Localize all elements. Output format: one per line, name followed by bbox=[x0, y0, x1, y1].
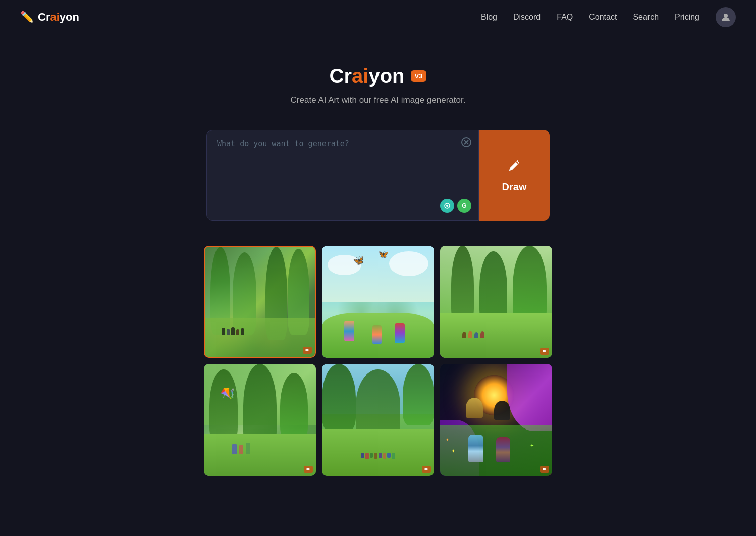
image-grid: ✏ 🦋 🦋 bbox=[204, 246, 552, 476]
watermark-6: ✏ bbox=[540, 466, 549, 473]
grammarly-label: G bbox=[462, 202, 466, 209]
grid-image-2[interactable]: 🦋 🦋 bbox=[322, 246, 434, 358]
grid-image-5[interactable]: ✏ bbox=[322, 364, 434, 476]
grid-image-4[interactable]: 🪁 ✏ bbox=[204, 364, 316, 476]
logo-accent: ai bbox=[50, 11, 59, 23]
nav-blog[interactable]: Blog bbox=[481, 13, 497, 22]
prompt-tool-icons: G bbox=[440, 199, 471, 213]
watermark-4: ✏ bbox=[304, 466, 313, 473]
tool-badge-grammarly[interactable]: G bbox=[457, 199, 471, 213]
watermark-1: ✏ bbox=[303, 347, 312, 354]
nav-contact[interactable]: Contact bbox=[589, 13, 617, 22]
hero-title-accent: ai bbox=[352, 65, 368, 87]
grid-image-3[interactable]: ✏ bbox=[440, 246, 552, 358]
draw-pencil-icon bbox=[506, 157, 522, 177]
logo[interactable]: ✏️ Craiyon bbox=[20, 11, 79, 24]
draw-label: Draw bbox=[502, 181, 527, 193]
svg-point-0 bbox=[724, 14, 728, 18]
watermark-5: ✏ bbox=[422, 466, 431, 473]
nav-discord[interactable]: Discord bbox=[513, 13, 541, 22]
main-nav: Blog Discord FAQ Contact Search Pricing bbox=[481, 7, 736, 27]
clear-icon[interactable] bbox=[461, 137, 471, 150]
prompt-box: G bbox=[206, 130, 479, 221]
nav-faq[interactable]: FAQ bbox=[557, 13, 573, 22]
nav-pricing[interactable]: Pricing bbox=[675, 13, 699, 22]
hero-title: Craiyon bbox=[330, 65, 405, 87]
draw-button[interactable]: Draw bbox=[479, 130, 550, 221]
v3-badge: V3 bbox=[411, 70, 427, 82]
header: ✏️ Craiyon Blog Discord FAQ Contact Sear… bbox=[0, 0, 756, 34]
tool-badge-teal[interactable] bbox=[440, 199, 454, 213]
hero-subtitle: Create AI Art with our free AI image gen… bbox=[291, 95, 466, 105]
grid-image-1[interactable]: ✏ bbox=[204, 246, 316, 358]
svg-point-5 bbox=[446, 205, 448, 207]
main-content: Craiyon V3 Create AI Art with our free A… bbox=[0, 34, 756, 476]
hero-title-area: Craiyon V3 bbox=[330, 65, 427, 87]
nav-search[interactable]: Search bbox=[633, 13, 659, 22]
user-avatar[interactable] bbox=[716, 7, 736, 27]
grid-image-6[interactable]: ✦ ✦ ✦ ✏ bbox=[440, 364, 552, 476]
watermark-3: ✏ bbox=[540, 348, 549, 355]
logo-pencil-icon: ✏️ bbox=[20, 11, 34, 24]
prompt-container: G Draw bbox=[206, 130, 550, 221]
prompt-input[interactable] bbox=[217, 138, 458, 212]
logo-text: Craiyon bbox=[38, 11, 79, 24]
